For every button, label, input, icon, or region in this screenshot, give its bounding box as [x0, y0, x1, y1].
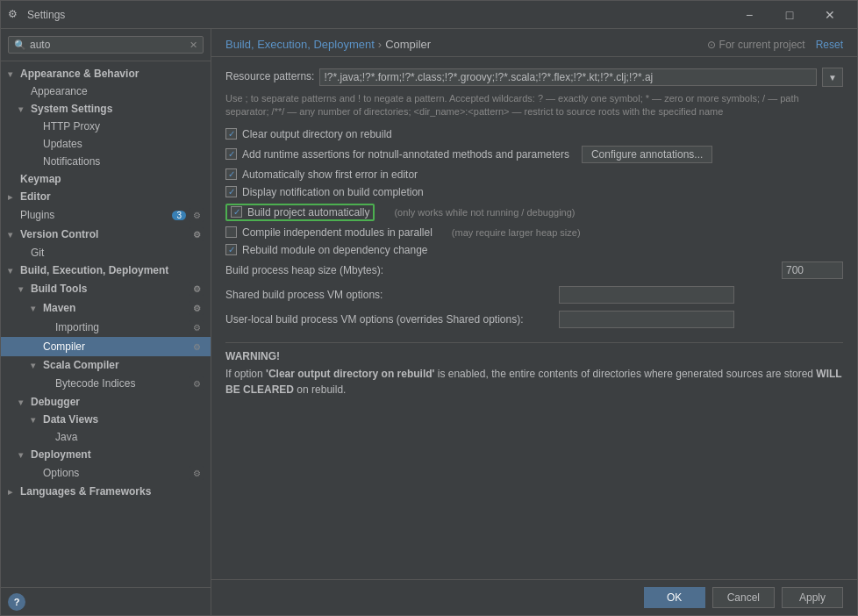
- title-bar: ⚙ Settings − □ ✕: [1, 1, 857, 29]
- expand-icon: ▾: [18, 398, 31, 407]
- maximize-button[interactable]: □: [769, 1, 810, 29]
- expand-icon: ▾: [8, 266, 20, 276]
- minimize-button[interactable]: −: [729, 1, 769, 29]
- sidebar-item-label: Importing: [55, 321, 186, 333]
- sidebar-item-label: Plugins: [20, 209, 168, 221]
- sidebar-item-label: Data Views: [43, 413, 204, 426]
- window-title: Settings: [27, 9, 729, 21]
- close-button[interactable]: ✕: [810, 1, 850, 29]
- shared-vm-input[interactable]: [559, 286, 734, 304]
- sidebar-item-label: Java: [55, 431, 204, 443]
- display-notification-checkbox[interactable]: [225, 186, 237, 197]
- sidebar-item-build-tools[interactable]: ▾ Build Tools ⚙: [1, 279, 211, 298]
- expand-icon: ▾: [18, 104, 31, 114]
- display-notification-label[interactable]: Display notification on build completion: [242, 186, 424, 198]
- sidebar-item-data-views[interactable]: ▾ Data Views: [1, 411, 211, 428]
- cancel-button[interactable]: Cancel: [712, 587, 775, 608]
- runtime-assertions-checkbox[interactable]: [225, 148, 237, 160]
- heap-size-input[interactable]: [782, 261, 843, 279]
- sidebar-item-label: Bytecode Indices: [55, 377, 186, 390]
- expand-icon: ▾: [8, 69, 20, 79]
- sidebar-item-plugins[interactable]: Plugins 3 ⚙: [1, 205, 211, 225]
- compile-parallel-checkbox[interactable]: [225, 226, 237, 238]
- sidebar-item-appearance-behavior[interactable]: ▾ Appearance & Behavior: [1, 65, 211, 82]
- help-button[interactable]: ?: [8, 593, 25, 611]
- reset-link[interactable]: Reset: [816, 39, 843, 51]
- runtime-assertions-label[interactable]: Add runtime assertions for notnull-annot…: [242, 148, 569, 161]
- compile-parallel-label[interactable]: Compile independent modules in parallel: [242, 226, 433, 239]
- header-right: ⊙ For current project Reset: [707, 39, 843, 51]
- sidebar-item-label: Deployment: [31, 448, 204, 461]
- sidebar-item-editor[interactable]: ▸ Editor: [1, 188, 211, 205]
- settings-tree: ▾ Appearance & Behavior Appearance ▾ Sys…: [1, 61, 211, 587]
- settings-icon: ⚙: [189, 208, 204, 222]
- build-auto-label[interactable]: Build project automatically: [247, 206, 369, 218]
- sidebar-item-git[interactable]: Git: [1, 244, 211, 261]
- compile-parallel-row: Compile independent modules in parallel …: [225, 226, 843, 239]
- right-header: Build, Execution, Deployment › Compiler …: [211, 29, 857, 57]
- warning-title: WARNING!: [225, 350, 843, 362]
- sidebar-item-label: Appearance & Behavior: [20, 68, 204, 80]
- sidebar-item-build-execution[interactable]: ▾ Build, Execution, Deployment: [1, 261, 211, 279]
- sidebar-item-system-settings[interactable]: ▾ System Settings: [1, 100, 211, 118]
- sidebar-item-bytecode-indices[interactable]: Bytecode Indices ⚙: [1, 374, 211, 393]
- search-input[interactable]: [30, 39, 189, 51]
- main-content: 🔍 ✕ ▾ Appearance & Behavior Appearance ▾: [1, 29, 857, 615]
- expand-icon: ▾: [18, 284, 31, 294]
- hint-text: Use ; to separate patterns and ! to nega…: [225, 92, 822, 119]
- breadcrumb-parent[interactable]: Build, Execution, Deployment: [225, 38, 375, 51]
- sidebar-item-options[interactable]: Options ⚙: [1, 463, 211, 483]
- show-first-error-checkbox[interactable]: [225, 168, 237, 180]
- bottom-help: ?: [1, 587, 211, 615]
- sidebar-item-appearance[interactable]: Appearance: [1, 82, 211, 100]
- sidebar-item-http-proxy[interactable]: HTTP Proxy: [1, 118, 211, 135]
- sidebar-item-scala-compiler[interactable]: ▾ Scala Compiler: [1, 356, 211, 374]
- display-notification-row: Display notification on build completion: [225, 186, 843, 198]
- sidebar-item-deployment[interactable]: ▾ Deployment: [1, 446, 211, 463]
- sidebar-item-keymap[interactable]: Keymap: [1, 170, 211, 188]
- user-local-vm-row: User-local build process VM options (ove…: [225, 311, 843, 328]
- sidebar-item-importing[interactable]: Importing ⚙: [1, 318, 211, 337]
- sidebar-item-label: Version Control: [20, 228, 186, 240]
- shared-vm-label: Shared build process VM options:: [225, 289, 559, 301]
- gear-icon: ⚙: [189, 282, 204, 296]
- breadcrumb: Build, Execution, Deployment › Compiler: [225, 38, 431, 51]
- configure-annotations-button[interactable]: Configure annotations...: [582, 146, 712, 163]
- warning-text: If option 'Clear output directory on reb…: [225, 366, 843, 398]
- sidebar-item-languages-frameworks[interactable]: ▸ Languages & Frameworks: [1, 483, 211, 500]
- ok-button[interactable]: OK: [644, 587, 705, 608]
- resource-patterns-expand-button[interactable]: ▼: [822, 68, 843, 87]
- build-auto-checkbox[interactable]: [231, 206, 242, 218]
- sidebar-item-maven[interactable]: ▾ Maven ⚙: [1, 298, 211, 318]
- sidebar-item-label: Debugger: [31, 396, 204, 408]
- sidebar-item-debugger[interactable]: ▾ Debugger: [1, 393, 211, 411]
- apply-button[interactable]: Apply: [782, 587, 843, 608]
- sidebar-item-notifications[interactable]: Notifications: [1, 153, 211, 170]
- right-content: Resource patterns: ▼ Use ; to separate p…: [211, 57, 857, 579]
- compile-parallel-note: (may require larger heap size): [452, 227, 581, 238]
- sidebar-item-label: Updates: [43, 138, 204, 150]
- sidebar-item-label: Git: [31, 247, 204, 259]
- sidebar-item-label: System Settings: [31, 103, 204, 115]
- expand-icon: ▾: [18, 450, 31, 460]
- build-auto-highlight: Build project automatically: [225, 204, 375, 221]
- right-panel: Build, Execution, Deployment › Compiler …: [211, 29, 857, 615]
- sidebar-item-label: Maven: [43, 302, 186, 314]
- sidebar-item-version-control[interactable]: ▾ Version Control ⚙: [1, 225, 211, 244]
- sidebar-item-java[interactable]: Java: [1, 428, 211, 446]
- breadcrumb-current: Compiler: [385, 38, 431, 51]
- for-current-project-label: ⊙ For current project: [707, 39, 804, 51]
- rebuild-dependency-label[interactable]: Rebuild module on dependency change: [242, 244, 428, 256]
- clear-output-checkbox[interactable]: [225, 128, 237, 140]
- rebuild-dependency-checkbox[interactable]: [225, 244, 237, 255]
- clear-output-label[interactable]: Clear output directory on rebuild: [242, 128, 392, 140]
- show-first-error-label[interactable]: Automatically show first error in editor: [242, 168, 418, 181]
- resource-patterns-input[interactable]: [319, 68, 817, 86]
- warning-body: If option 'Clear output directory on reb…: [225, 368, 841, 396]
- user-local-vm-input[interactable]: [559, 311, 734, 328]
- sidebar-item-updates[interactable]: Updates: [1, 135, 211, 153]
- search-icon: 🔍: [14, 39, 26, 51]
- sidebar-item-compiler[interactable]: Compiler ⚙: [1, 337, 211, 356]
- sidebar-item-label: Scala Compiler: [43, 359, 204, 371]
- search-clear-icon[interactable]: ✕: [189, 39, 197, 51]
